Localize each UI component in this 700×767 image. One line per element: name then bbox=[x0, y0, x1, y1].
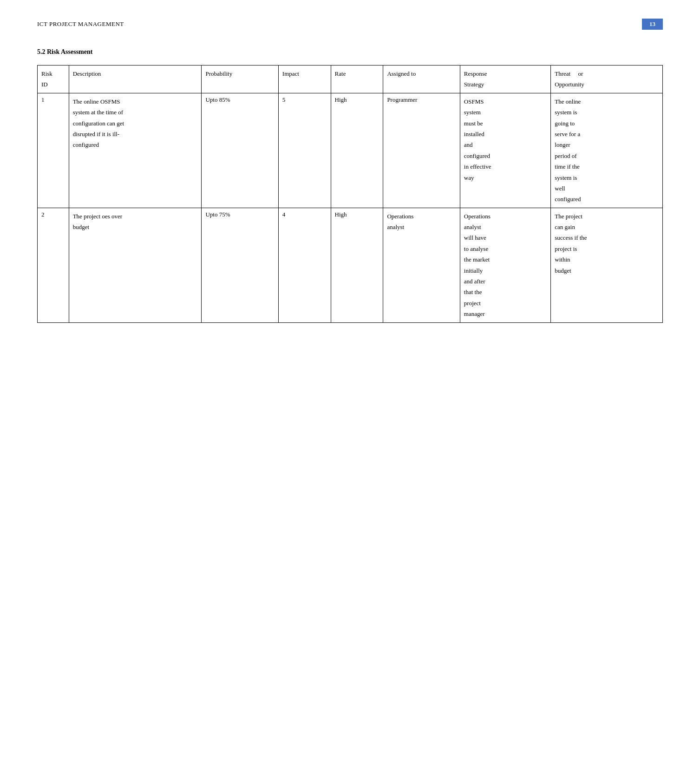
col-header-threat-line2: Opportunity bbox=[555, 79, 659, 90]
col-header-assigned-line1: Assigned to bbox=[387, 68, 456, 79]
assigned-2-line2: analyst bbox=[387, 222, 456, 232]
threat-1-line7: time if the bbox=[555, 161, 659, 172]
resp-1-line5: and bbox=[464, 139, 547, 150]
cell-prob-1: Upto 85% bbox=[202, 93, 278, 208]
cell-response-2: Operations analyst will have to analyse … bbox=[460, 208, 551, 322]
threat-1-line1: The online bbox=[555, 96, 659, 107]
col-header-id-line2: ID bbox=[41, 79, 65, 90]
threat-2-line4: project is bbox=[555, 243, 659, 254]
threat-2-line5: within bbox=[555, 254, 659, 265]
threat-1-line10: configured bbox=[555, 194, 659, 204]
desc-1-line3: configuration can get bbox=[73, 118, 198, 129]
col-header-impact-line1: Impact bbox=[282, 68, 327, 79]
col-header-desc-line1: Description bbox=[73, 68, 198, 79]
risk-table: Risk ID Description Probability Impact R… bbox=[37, 65, 663, 323]
threat-1-line5: longer bbox=[555, 139, 659, 150]
table-row: 1 The online OSFMS system at the time of… bbox=[38, 93, 663, 208]
desc-1-line4: disrupted if it is ill- bbox=[73, 129, 198, 139]
cell-prob-2: Upto 75% bbox=[202, 208, 278, 322]
resp-2-line2: analyst bbox=[464, 222, 547, 232]
cell-desc-1: The online OSFMS system at the time of c… bbox=[69, 93, 202, 208]
threat-2-line1: The project bbox=[555, 211, 659, 222]
col-header-rate: Rate bbox=[331, 66, 383, 93]
header-title: ICT PROJECT MANAGEMENT bbox=[37, 20, 124, 28]
col-header-response-line2: Strategy bbox=[464, 79, 547, 90]
cell-assigned-1: Programmer bbox=[383, 93, 460, 208]
assigned-2-line1: Operations bbox=[387, 211, 456, 222]
desc-2-line1: The project oes over bbox=[73, 211, 198, 222]
col-header-prob: Probability bbox=[202, 66, 278, 93]
cell-impact-1: 5 bbox=[278, 93, 331, 208]
col-header-impact: Impact bbox=[278, 66, 331, 93]
threat-2-line2: can gain bbox=[555, 222, 659, 232]
resp-1-line1: OSFMS bbox=[464, 96, 547, 107]
page-number-box: 13 bbox=[642, 19, 663, 30]
resp-2-line1: Operations bbox=[464, 211, 547, 222]
desc-2-line2: budget bbox=[73, 222, 198, 232]
cell-assigned-2: Operations analyst bbox=[383, 208, 460, 322]
threat-1-line3: going to bbox=[555, 118, 659, 129]
page-container: ICT PROJECT MANAGEMENT 13 5.2 Risk Asses… bbox=[0, 0, 700, 341]
col-header-response: Response Strategy bbox=[460, 66, 551, 93]
cell-rate-2: High bbox=[331, 208, 383, 322]
desc-1-line2: system at the time of bbox=[73, 107, 198, 118]
threat-1-line4: serve for a bbox=[555, 129, 659, 139]
cell-threat-1: The online system is going to serve for … bbox=[551, 93, 663, 208]
desc-1-line1: The online OSFMS bbox=[73, 96, 198, 107]
col-header-threat-line1: Threat or bbox=[555, 68, 659, 79]
col-header-response-line1: Response bbox=[464, 68, 547, 79]
resp-2-line4: to analyse bbox=[464, 243, 547, 254]
resp-2-line10: manager bbox=[464, 308, 547, 319]
col-header-assigned: Assigned to bbox=[383, 66, 460, 93]
resp-1-line3: must be bbox=[464, 118, 547, 129]
col-header-risk-id: Risk ID bbox=[38, 66, 69, 93]
threat-1-line9: well bbox=[555, 183, 659, 194]
resp-1-line7: in effective bbox=[464, 161, 547, 172]
col-header-desc: Description bbox=[69, 66, 202, 93]
cell-risk-id-1: 1 bbox=[38, 93, 69, 208]
cell-impact-2: 4 bbox=[278, 208, 331, 322]
cell-threat-2: The project can gain success if the proj… bbox=[551, 208, 663, 322]
threat-1-line2: system is bbox=[555, 107, 659, 118]
table-row: 2 The project oes over budget Upto 75% 4… bbox=[38, 208, 663, 322]
resp-2-line9: project bbox=[464, 298, 547, 308]
threat-1-line8: system is bbox=[555, 172, 659, 183]
cell-response-1: OSFMS system must be installed and confi… bbox=[460, 93, 551, 208]
resp-1-line8: way bbox=[464, 172, 547, 183]
col-header-rate-line1: Rate bbox=[335, 68, 379, 79]
table-header-row: Risk ID Description Probability Impact R… bbox=[38, 66, 663, 93]
cell-rate-1: High bbox=[331, 93, 383, 208]
cell-risk-id-2: 2 bbox=[38, 208, 69, 322]
resp-1-line4: installed bbox=[464, 129, 547, 139]
col-header-prob-line1: Probability bbox=[205, 68, 274, 79]
desc-1-line5: configured bbox=[73, 139, 198, 150]
threat-2-line6: budget bbox=[555, 265, 659, 276]
threat-1-line6: period of bbox=[555, 151, 659, 161]
cell-desc-2: The project oes over budget bbox=[69, 208, 202, 322]
header-bar: ICT PROJECT MANAGEMENT 13 bbox=[37, 19, 663, 30]
resp-2-line5: the market bbox=[464, 254, 547, 265]
resp-2-line7: and after bbox=[464, 276, 547, 287]
resp-2-line6: initially bbox=[464, 265, 547, 276]
resp-2-line3: will have bbox=[464, 232, 547, 243]
col-header-risk-line1: Risk bbox=[41, 68, 65, 79]
threat-2-line3: success if the bbox=[555, 232, 659, 243]
resp-1-line2: system bbox=[464, 107, 547, 118]
section-title: 5.2 Risk Assessment bbox=[37, 48, 663, 56]
resp-2-line8: that the bbox=[464, 287, 547, 297]
col-header-threat: Threat or Opportunity bbox=[551, 66, 663, 93]
resp-1-line6: configured bbox=[464, 151, 547, 161]
